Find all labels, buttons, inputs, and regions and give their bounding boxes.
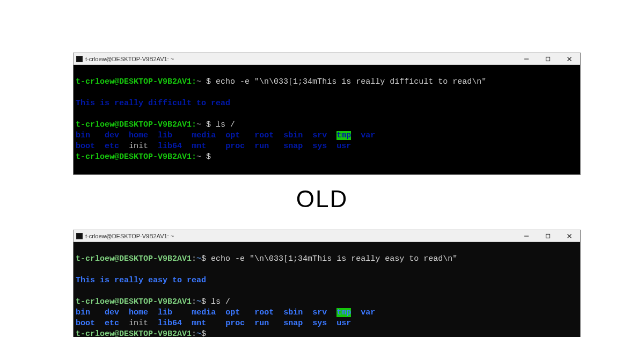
file-init: init <box>129 319 148 328</box>
prompt-user: t-crloew@DESKTOP-V9B2AV1 <box>76 297 192 306</box>
prompt-path: ~ <box>196 329 201 337</box>
dir-media: media <box>192 131 216 140</box>
dollar: $ <box>201 297 211 306</box>
dir-bin: bin <box>76 308 90 317</box>
dir-bin: bin <box>76 131 90 140</box>
command-ls: ls / <box>216 120 235 129</box>
titlebar-new: t-crloew@DESKTOP-V9B2AV1: ~ <box>74 230 580 242</box>
colon: : <box>192 254 196 263</box>
ls-row-1: bin dev home lib media opt root sbin srv… <box>76 131 375 140</box>
window-title: t-crloew@DESKTOP-V9B2AV1: ~ <box>85 56 174 62</box>
minimize-button[interactable] <box>516 53 537 65</box>
dir-mnt: mnt <box>192 319 206 328</box>
dir-media: media <box>192 308 216 317</box>
dir-etc: etc <box>105 319 119 328</box>
dir-run: run <box>254 142 269 151</box>
dir-home: home <box>129 308 148 317</box>
echo-output: This is really easy to read <box>76 276 206 285</box>
prompt-user: t-crloew@DESKTOP-V9B2AV1: <box>76 152 196 162</box>
dir-mnt: mnt <box>192 142 206 151</box>
prompt-line-2: t-crloew@DESKTOP-V9B2AV1:~ $ ls / <box>76 120 235 129</box>
dir-home: home <box>129 131 148 140</box>
close-button[interactable] <box>559 53 580 65</box>
svg-rect-9 <box>546 234 550 238</box>
window-title: t-crloew@DESKTOP-V9B2AV1: ~ <box>85 233 174 239</box>
minimize-button[interactable] <box>516 230 537 242</box>
command-ls: ls / <box>211 297 230 306</box>
file-init: init <box>129 142 148 151</box>
dir-lib: lib <box>158 131 172 140</box>
maximize-button[interactable] <box>537 53 559 65</box>
titlebar-old: t-crloew@DESKTOP-V9B2AV1: ~ <box>74 53 580 65</box>
prompt-line-2: t-crloew@DESKTOP-V9B2AV1:~$ ls / <box>76 297 230 306</box>
prompt-line-3: t-crloew@DESKTOP-V9B2AV1:~ $ <box>76 152 216 162</box>
maximize-button[interactable] <box>537 230 559 242</box>
terminal-content-new[interactable]: t-crloew@DESKTOP-V9B2AV1:~$ echo -e "\n\… <box>74 242 580 337</box>
dir-sbin: sbin <box>283 131 303 140</box>
dir-tmp: tmp <box>336 308 351 317</box>
prompt-user: t-crloew@DESKTOP-V9B2AV1 <box>76 254 192 263</box>
dir-sys: sys <box>312 142 327 151</box>
ls-row-2: boot etc init lib64 mnt proc run snap sy… <box>76 142 351 151</box>
echo-output: This is really difficult to read <box>76 99 230 108</box>
dir-usr: usr <box>336 319 351 328</box>
prompt-line-3: t-crloew@DESKTOP-V9B2AV1:~$ <box>76 329 206 337</box>
dir-dev: dev <box>105 131 119 140</box>
prompt-path: ~ <box>196 254 201 263</box>
dir-lib64: lib64 <box>158 319 182 328</box>
prompt-user: t-crloew@DESKTOP-V9B2AV1: <box>76 120 196 129</box>
prompt-path: ~ <box>196 120 201 129</box>
colon: : <box>192 297 196 306</box>
command-echo: echo -e "\n\033[1;34mThis is really diff… <box>216 77 486 86</box>
dollar: $ <box>206 77 216 86</box>
dollar: $ <box>206 152 216 162</box>
prompt-path: ~ <box>196 152 201 162</box>
ls-row-2: boot etc init lib64 mnt proc run snap sy… <box>76 319 351 328</box>
dir-root: root <box>254 308 274 317</box>
dir-var: var <box>361 308 375 317</box>
prompt-user: t-crloew@DESKTOP-V9B2AV1: <box>76 77 196 86</box>
dir-tmp: tmp <box>336 131 351 140</box>
dir-lib: lib <box>158 308 172 317</box>
prompt-path: ~ <box>196 77 201 86</box>
dir-sbin: sbin <box>283 308 303 317</box>
prompt-user: t-crloew@DESKTOP-V9B2AV1 <box>76 329 192 337</box>
dir-run: run <box>254 319 269 328</box>
svg-rect-7 <box>77 233 82 238</box>
dir-opt: opt <box>225 131 240 140</box>
terminal-window-old: t-crloew@DESKTOP-V9B2AV1: ~ t-crloew@DES… <box>73 53 581 175</box>
prompt-path: ~ <box>196 297 201 306</box>
dollar: $ <box>201 329 206 337</box>
prompt-line-1: t-crloew@DESKTOP-V9B2AV1:~$ echo -e "\n\… <box>76 254 457 263</box>
colon: : <box>192 329 196 337</box>
dollar: $ <box>206 120 216 129</box>
ls-row-1: bin dev home lib media opt root sbin srv… <box>76 308 375 317</box>
dir-etc: etc <box>105 142 119 151</box>
terminal-window-new: t-crloew@DESKTOP-V9B2AV1: ~ t-crloew@DES… <box>73 230 581 337</box>
dir-lib64: lib64 <box>158 142 182 151</box>
dir-opt: opt <box>225 308 240 317</box>
dir-proc: proc <box>225 142 245 151</box>
comparison-label: OLD <box>0 186 644 213</box>
dir-boot: boot <box>76 319 95 328</box>
dir-dev: dev <box>105 308 119 317</box>
terminal-content-old[interactable]: t-crloew@DESKTOP-V9B2AV1:~ $ echo -e "\n… <box>74 65 580 174</box>
dir-sys: sys <box>312 319 327 328</box>
command-echo: echo -e "\n\033[1;34mThis is really easy… <box>211 254 457 263</box>
dir-var: var <box>361 131 375 140</box>
dir-usr: usr <box>336 142 351 151</box>
svg-rect-1 <box>77 56 82 61</box>
dir-root: root <box>254 131 274 140</box>
svg-rect-3 <box>546 57 550 61</box>
dir-srv: srv <box>312 308 327 317</box>
dir-snap: snap <box>283 142 303 151</box>
dir-snap: snap <box>283 319 303 328</box>
dir-proc: proc <box>225 319 245 328</box>
terminal-app-icon <box>76 232 83 240</box>
dir-boot: boot <box>76 142 95 151</box>
prompt-line-1: t-crloew@DESKTOP-V9B2AV1:~ $ echo -e "\n… <box>76 77 486 86</box>
dollar: $ <box>201 254 211 263</box>
close-button[interactable] <box>559 230 580 242</box>
terminal-app-icon <box>76 55 83 63</box>
dir-srv: srv <box>312 131 327 140</box>
